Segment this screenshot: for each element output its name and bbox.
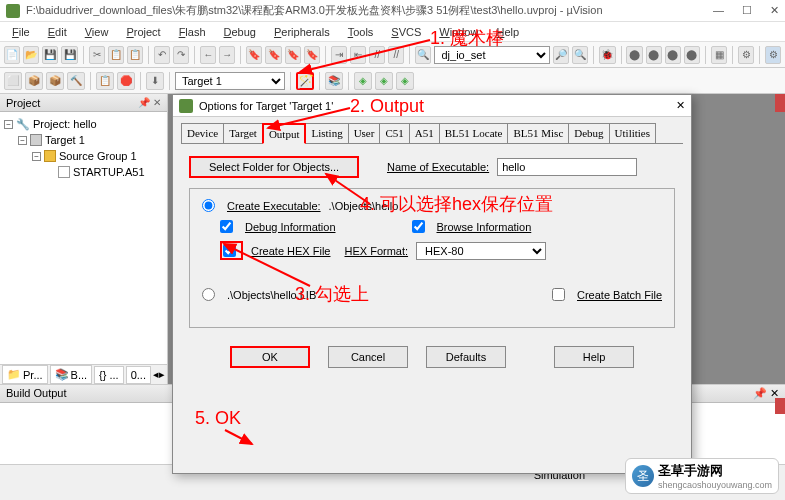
breakpoint-icon[interactable]: ⬤: [626, 46, 642, 64]
stop-icon[interactable]: 🛑: [117, 72, 135, 90]
create-exe-radio[interactable]: [202, 199, 215, 212]
expander-icon[interactable]: −: [18, 136, 27, 145]
find-prev-icon[interactable]: 🔍: [572, 46, 588, 64]
find-icon[interactable]: 🔍: [415, 46, 431, 64]
config-icon[interactable]: ⚙: [738, 46, 754, 64]
menu-window[interactable]: Window: [431, 24, 486, 40]
copy-icon[interactable]: 📋: [108, 46, 124, 64]
undo-icon[interactable]: ↶: [154, 46, 170, 64]
tab-bl51-misc[interactable]: BL51 Misc: [507, 123, 569, 143]
browse-info-checkbox[interactable]: [412, 220, 425, 233]
comment-icon[interactable]: //: [369, 46, 385, 64]
paste-icon[interactable]: 📋: [127, 46, 143, 64]
tab-bl51-locate[interactable]: BL51 Locate: [439, 123, 509, 143]
build-icon[interactable]: 📦: [25, 72, 43, 90]
tab-templates[interactable]: 0...: [126, 366, 151, 384]
menu-flash[interactable]: Flash: [171, 24, 214, 40]
tab-project[interactable]: 📁 Pr...: [2, 365, 48, 384]
create-batch-checkbox[interactable]: [552, 288, 565, 301]
tree-group[interactable]: Source Group 1: [59, 148, 137, 164]
window-icon[interactable]: ▦: [711, 46, 727, 64]
menu-svcs[interactable]: SVCS: [383, 24, 429, 40]
menu-edit[interactable]: Edit: [40, 24, 75, 40]
create-exe-path: .\Objects\hello: [329, 200, 399, 212]
tab-overflow-icon[interactable]: ◂▸: [153, 368, 165, 381]
rebuild-icon[interactable]: 🔨: [67, 72, 85, 90]
nav-back-icon[interactable]: ←: [200, 46, 216, 64]
tree-target[interactable]: Target 1: [45, 132, 85, 148]
download-icon[interactable]: ⬇: [146, 72, 164, 90]
uncomment-icon[interactable]: //: [388, 46, 404, 64]
ok-button[interactable]: OK: [230, 346, 310, 368]
expander-icon[interactable]: −: [4, 120, 13, 129]
project-tree[interactable]: − 🔧 Project: hello − Target 1 − Source G…: [0, 112, 167, 364]
tab-a51[interactable]: A51: [409, 123, 440, 143]
find-next-icon[interactable]: 🔎: [553, 46, 569, 64]
nav-fwd-icon[interactable]: →: [219, 46, 235, 64]
create-hex-checkbox[interactable]: [223, 244, 236, 257]
tab-listing[interactable]: Listing: [305, 123, 348, 143]
menu-help[interactable]: Help: [488, 24, 527, 40]
pin-icon[interactable]: 📌 ✕: [138, 97, 161, 108]
pack2-icon[interactable]: ◈: [375, 72, 393, 90]
bookmark-icon[interactable]: 🔖: [246, 46, 262, 64]
menu-file[interactable]: File: [4, 24, 38, 40]
outdent-icon[interactable]: ⇤: [350, 46, 366, 64]
pack3-icon[interactable]: ◈: [396, 72, 414, 90]
tree-file[interactable]: STARTUP.A51: [73, 164, 145, 180]
batch-icon[interactable]: 📋: [96, 72, 114, 90]
close-panel-icon[interactable]: [775, 94, 785, 112]
tab-utilities[interactable]: Utilities: [609, 123, 656, 143]
create-lib-radio[interactable]: [202, 288, 215, 301]
manage-icon[interactable]: 📚: [325, 72, 343, 90]
close-panel-icon[interactable]: [775, 398, 785, 414]
menu-peripherals[interactable]: Peripherals: [266, 24, 338, 40]
indent-icon[interactable]: ⇥: [331, 46, 347, 64]
breakpoint4-icon[interactable]: ⬤: [684, 46, 700, 64]
tab-debug[interactable]: Debug: [568, 123, 609, 143]
new-icon[interactable]: 📄: [4, 46, 20, 64]
tab-user[interactable]: User: [348, 123, 381, 143]
expander-icon[interactable]: −: [32, 152, 41, 161]
project-root[interactable]: Project: hello: [33, 116, 97, 132]
menu-tools[interactable]: Tools: [340, 24, 382, 40]
tab-target[interactable]: Target: [223, 123, 263, 143]
saveall-icon[interactable]: 💾: [61, 46, 77, 64]
cut-icon[interactable]: ✂: [89, 46, 105, 64]
config2-icon[interactable]: ⚙: [765, 46, 781, 64]
breakpoint3-icon[interactable]: ⬤: [665, 46, 681, 64]
tab-books[interactable]: 📚 B...: [50, 365, 93, 384]
build-all-icon[interactable]: 📦: [46, 72, 64, 90]
open-icon[interactable]: 📂: [23, 46, 39, 64]
breakpoint2-icon[interactable]: ⬤: [646, 46, 662, 64]
menu-debug[interactable]: Debug: [216, 24, 264, 40]
hex-format-dropdown[interactable]: HEX-80: [416, 242, 546, 260]
translate-icon[interactable]: ⬜: [4, 72, 22, 90]
debug-icon[interactable]: 🐞: [599, 46, 615, 64]
tab-c51[interactable]: C51: [379, 123, 409, 143]
target-dropdown[interactable]: Target 1: [175, 72, 285, 90]
save-icon[interactable]: 💾: [42, 46, 58, 64]
pack-icon[interactable]: ◈: [354, 72, 372, 90]
debug-info-checkbox[interactable]: [220, 220, 233, 233]
menu-view[interactable]: View: [77, 24, 117, 40]
menu-project[interactable]: Project: [118, 24, 168, 40]
help-button[interactable]: Help: [554, 346, 634, 368]
bookmark-prev-icon[interactable]: 🔖: [265, 46, 281, 64]
defaults-button[interactable]: Defaults: [426, 346, 506, 368]
select-folder-button[interactable]: Select Folder for Objects...: [189, 156, 359, 178]
bookmark-next-icon[interactable]: 🔖: [285, 46, 301, 64]
options-target-icon[interactable]: 🪄: [296, 72, 314, 90]
bookmark-clear-icon[interactable]: 🔖: [304, 46, 320, 64]
tab-device[interactable]: Device: [181, 123, 224, 143]
maximize-button[interactable]: ☐: [742, 4, 752, 17]
cancel-button[interactable]: Cancel: [328, 346, 408, 368]
close-button[interactable]: ✕: [770, 4, 779, 17]
dialog-close-icon[interactable]: ✕: [676, 99, 685, 112]
findtext-dropdown[interactable]: dj_io_set: [434, 46, 550, 64]
tab-functions[interactable]: {} ...: [94, 366, 124, 384]
minimize-button[interactable]: —: [713, 4, 724, 17]
name-exe-input[interactable]: [497, 158, 637, 176]
tab-output[interactable]: Output: [262, 123, 307, 144]
redo-icon[interactable]: ↷: [173, 46, 189, 64]
